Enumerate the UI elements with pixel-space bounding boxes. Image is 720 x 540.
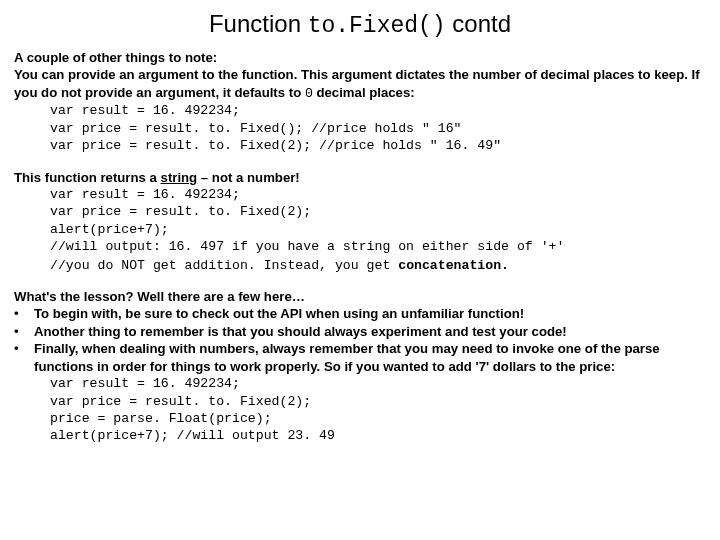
s3-code-2: var price = result. to. Fixed(2); [14, 393, 706, 410]
s1-text-c: decimal places: [313, 85, 415, 100]
s1-code-3: var price = result. to. Fixed(2); //pric… [14, 137, 706, 154]
bullet-icon: • [14, 323, 34, 340]
bullet-2: • Another thing to remember is that you … [14, 323, 706, 340]
spacer [14, 155, 706, 169]
s2-code-4: //will output: 16. 497 if you have a str… [14, 238, 706, 255]
bullet-3: • Finally, when dealing with numbers, al… [14, 340, 706, 375]
s2-code-5a: //you do NOT get addition. Instead, you … [50, 258, 398, 273]
section1-intro: A couple of other things to note: [14, 49, 706, 66]
bullet-icon: • [14, 305, 34, 322]
slide-title: Function to.Fixed() contd [14, 10, 706, 39]
s2-code-2: var price = result. to. Fixed(2); [14, 203, 706, 220]
s2-b-underline: string [161, 170, 198, 185]
slide: Function to.Fixed() contd A couple of ot… [0, 0, 720, 540]
title-pre: Function [209, 10, 308, 37]
s3-code-4: alert(price+7); //will output 23. 49 [14, 427, 706, 444]
s2-code-5: //you do NOT get addition. Instead, you … [14, 256, 706, 274]
title-code: to.Fixed() [308, 13, 446, 39]
bullet-icon: • [14, 340, 34, 375]
s2-code-1: var result = 16. 492234; [14, 186, 706, 203]
bullet-1: • To begin with, be sure to check out th… [14, 305, 706, 322]
s1-text-zero: 0 [305, 86, 313, 101]
s2-code-5b: concatenation. [398, 258, 509, 273]
bullet-1-text: To begin with, be sure to check out the … [34, 305, 706, 322]
s2-code-3: alert(price+7); [14, 221, 706, 238]
bullet-3-text: Finally, when dealing with numbers, alwa… [34, 340, 706, 375]
section1-desc: You can provide an argument to the funct… [14, 66, 706, 102]
spacer [14, 274, 706, 288]
title-post: contd [446, 10, 511, 37]
s2-c: – not a number! [197, 170, 300, 185]
s3-code-1: var result = 16. 492234; [14, 375, 706, 392]
s1-code-1: var result = 16. 492234; [14, 102, 706, 119]
s3-code-3: price = parse. Float(price); [14, 410, 706, 427]
s1-code-2: var price = result. to. Fixed(); //price… [14, 120, 706, 137]
section3-heading: What's the lesson? Well there are a few … [14, 288, 706, 305]
section2-heading: This function returns a string – not a n… [14, 169, 706, 186]
s2-a: This function returns a [14, 170, 161, 185]
bullet-2-text: Another thing to remember is that you sh… [34, 323, 706, 340]
